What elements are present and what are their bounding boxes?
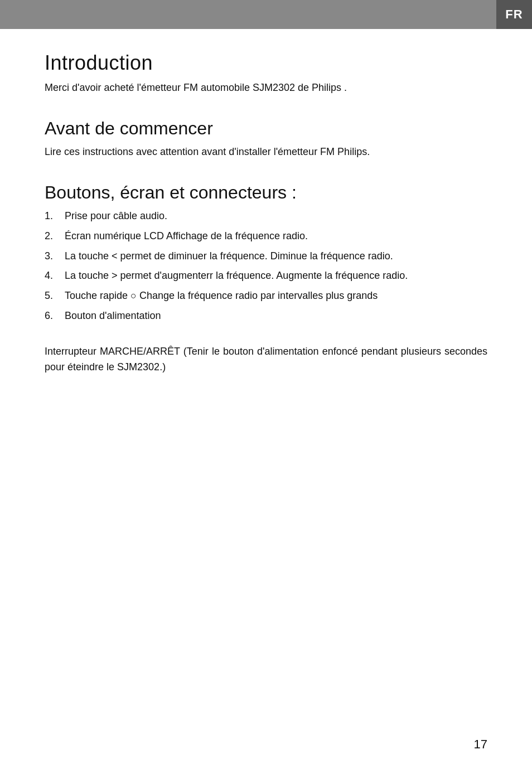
avant-title: Avant de commencer [45,118,487,139]
introduction-body: Merci d'avoir acheté l'émetteur FM autom… [45,80,487,96]
boutons-title: Boutons, écran et connecteurs : [45,182,487,203]
list-text: Prise pour câble audio. [65,209,487,224]
list-text: Touche rapide ○ Change la fréquence radi… [65,288,487,304]
list-text: La touche < permet de diminuer la fréque… [65,249,487,264]
list-item: 3.La touche < permet de diminuer la fréq… [45,249,487,264]
boutons-list: 1.Prise pour câble audio.2.Écran numériq… [45,209,487,324]
avant-section: Avant de commencer Lire ces instructions… [45,118,487,160]
list-number: 2. [45,229,65,244]
page-number: 17 [474,737,487,752]
list-number: 5. [45,288,65,304]
language-badge: FR [496,0,532,29]
list-number: 4. [45,268,65,284]
list-text: Bouton d'alimentation [65,308,487,324]
power-section: Interrupteur MARCHE/ARRÊT (Tenir le bout… [45,344,487,375]
list-text: La touche > permet d'augmenterr la fréqu… [65,268,487,284]
introduction-title: Introduction [45,51,487,75]
list-item: 5.Touche rapide ○ Change la fréquence ra… [45,288,487,304]
introduction-section: Introduction Merci d'avoir acheté l'émet… [45,51,487,96]
list-text: Écran numérique LCD Affichage de la fréq… [65,229,487,244]
header-bar: FR [0,0,532,29]
main-content: Introduction Merci d'avoir acheté l'émet… [0,29,532,409]
boutons-section: Boutons, écran et connecteurs : 1.Prise … [45,182,487,324]
list-item: 4.La touche > permet d'augmenterr la fré… [45,268,487,284]
power-body: Interrupteur MARCHE/ARRÊT (Tenir le bout… [45,344,487,375]
list-number: 1. [45,209,65,224]
list-number: 6. [45,308,65,324]
list-item: 1.Prise pour câble audio. [45,209,487,224]
avant-body: Lire ces instructions avec attention ava… [45,144,487,160]
list-item: 2.Écran numérique LCD Affichage de la fr… [45,229,487,244]
list-number: 3. [45,249,65,264]
list-item: 6.Bouton d'alimentation [45,308,487,324]
